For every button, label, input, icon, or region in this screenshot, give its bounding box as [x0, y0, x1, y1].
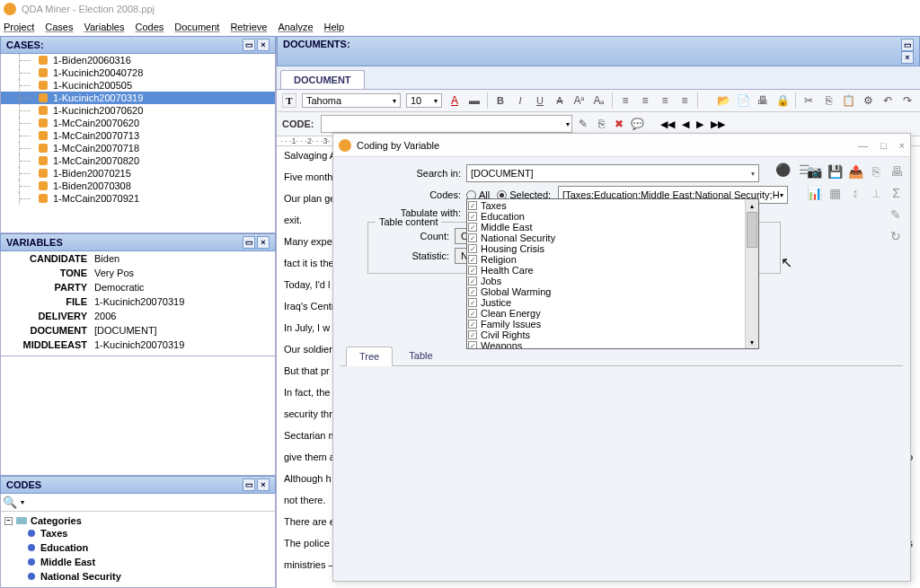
- dropdown-item[interactable]: ✓Jobs: [468, 276, 744, 286]
- menu-analyze[interactable]: Analyze: [278, 22, 313, 32]
- menu-cases[interactable]: Cases: [45, 22, 73, 32]
- grid-icon[interactable]: ▦: [827, 184, 844, 202]
- search-dropdown-icon[interactable]: ▾: [21, 498, 24, 506]
- align-justify-icon[interactable]: ≡: [677, 93, 692, 108]
- checkbox-icon[interactable]: ✓: [468, 298, 477, 307]
- codes-dropdown-list[interactable]: ✓Taxes✓Education✓Middle East✓National Se…: [466, 198, 759, 349]
- font-color-icon[interactable]: A: [447, 93, 462, 108]
- align-left-icon[interactable]: ≡: [618, 93, 632, 108]
- dropdown-item[interactable]: ✓Middle East: [468, 222, 744, 233]
- stats-icon[interactable]: Σ: [888, 184, 905, 202]
- menu-variables[interactable]: Variables: [84, 22, 124, 32]
- export-icon[interactable]: 📤: [847, 162, 864, 180]
- align-right-icon[interactable]: ≡: [658, 93, 672, 108]
- dropdown-scrollbar[interactable]: ▴ ▾: [745, 199, 758, 348]
- menu-help[interactable]: Help: [324, 22, 345, 32]
- dialog-close-icon[interactable]: ×: [899, 140, 905, 151]
- dropdown-item[interactable]: ✓Family Issues: [468, 319, 744, 329]
- case-row[interactable]: 1-Kucinich20070620: [1, 104, 275, 117]
- sort-icon[interactable]: ↕: [847, 184, 864, 202]
- case-row[interactable]: 1-Biden20070308: [1, 180, 275, 192]
- tool-a-icon[interactable]: ⚙: [861, 93, 875, 108]
- checkbox-icon[interactable]: ✓: [468, 309, 477, 318]
- nav-next-icon[interactable]: ▶: [696, 118, 703, 130]
- checkbox-icon[interactable]: ✓: [468, 341, 477, 349]
- case-row[interactable]: 1-McCain20070921: [1, 192, 275, 205]
- checkbox-icon[interactable]: ✓: [468, 201, 477, 210]
- paste-icon[interactable]: 📋: [841, 93, 855, 108]
- refresh-icon[interactable]: ↻: [887, 227, 905, 245]
- code-edit-icon[interactable]: ✎: [576, 117, 590, 131]
- search-in-combo[interactable]: [DOCUMENT] ▾: [466, 164, 759, 182]
- subscript-icon[interactable]: Aₐ: [592, 93, 606, 108]
- document-tab[interactable]: DOCUMENT: [280, 70, 365, 89]
- menu-project[interactable]: Project: [4, 22, 34, 32]
- checkbox-icon[interactable]: ✓: [468, 266, 477, 275]
- dropdown-item[interactable]: ✓Clean Energy: [468, 308, 744, 319]
- case-row[interactable]: 1-McCain20070620: [1, 117, 275, 129]
- dropdown-item[interactable]: ✓Civil Rights: [468, 329, 744, 340]
- category-item[interactable]: National Security: [4, 569, 271, 584]
- menu-codes[interactable]: Codes: [135, 22, 164, 32]
- dropdown-item[interactable]: ✓Global Warming: [468, 286, 744, 297]
- chart-icon[interactable]: 📊: [806, 184, 823, 202]
- category-item[interactable]: Education: [4, 540, 271, 555]
- checkbox-icon[interactable]: ✓: [468, 212, 477, 221]
- redo-icon[interactable]: ↷: [900, 93, 915, 108]
- scroll-up-icon[interactable]: ▴: [746, 199, 758, 212]
- code-remove-icon[interactable]: ✖: [612, 117, 626, 131]
- case-row[interactable]: 1-McCain20070820: [1, 154, 275, 167]
- print-icon[interactable]: 🖶: [756, 93, 770, 108]
- dropdown-item[interactable]: ✓Justice: [468, 297, 744, 308]
- case-row[interactable]: 1-Biden20070215: [1, 167, 275, 180]
- docs-collapse-icon[interactable]: ▭: [901, 39, 914, 51]
- underline-icon[interactable]: U: [533, 93, 547, 108]
- code-input[interactable]: ▾: [321, 115, 572, 133]
- codes-search[interactable]: 🔍 ▾: [1, 494, 275, 512]
- dropdown-item[interactable]: ✓Education: [468, 211, 744, 222]
- italic-icon[interactable]: I: [513, 93, 527, 108]
- cases-tree[interactable]: 1-Biden200603161-Kucinich200407281-Kucin…: [0, 54, 276, 233]
- undo-icon[interactable]: ↶: [880, 93, 895, 108]
- checkbox-icon[interactable]: ✓: [468, 287, 477, 296]
- menu-document[interactable]: Document: [174, 22, 219, 32]
- print-result-icon[interactable]: 🖶: [888, 162, 905, 180]
- dialog-maximize-icon[interactable]: □: [880, 140, 887, 151]
- dialog-minimize-icon[interactable]: —: [858, 140, 868, 151]
- fontsize-combo[interactable]: 10▾: [406, 93, 442, 108]
- menu-retrieve[interactable]: Retrieve: [230, 22, 267, 32]
- checkbox-icon[interactable]: ✓: [468, 320, 477, 329]
- font-icon[interactable]: T: [282, 93, 296, 108]
- cut-icon[interactable]: ✂: [801, 93, 816, 108]
- save-icon[interactable]: 💾: [827, 162, 844, 180]
- dropdown-item[interactable]: ✓Housing Crisis: [468, 243, 744, 254]
- vars-close-icon[interactable]: ×: [257, 236, 270, 249]
- dropdown-item[interactable]: ✓Health Care: [468, 265, 744, 276]
- dropdown-item[interactable]: ✓Weapons: [468, 340, 744, 349]
- category-item[interactable]: Middle East: [4, 555, 271, 569]
- category-item[interactable]: Taxes: [4, 526, 271, 540]
- checkbox-icon[interactable]: ✓: [468, 244, 477, 253]
- scroll-down-icon[interactable]: ▾: [746, 336, 758, 348]
- codes-pick-icon[interactable]: ⚫: [774, 161, 792, 179]
- font-combo[interactable]: Tahoma▾: [302, 93, 401, 108]
- dropdown-item[interactable]: ✓Religion: [468, 254, 744, 265]
- checkbox-icon[interactable]: ✓: [468, 223, 477, 232]
- highlight-icon[interactable]: ▬: [467, 93, 482, 108]
- case-row[interactable]: 1-McCain20070718: [1, 142, 275, 154]
- case-row[interactable]: 1-Biden20060316: [1, 54, 275, 66]
- code-comment-icon[interactable]: 💬: [630, 117, 644, 131]
- dialog-titlebar[interactable]: Coding by Variable — □ ×: [333, 134, 910, 157]
- copy-doc-icon[interactable]: 📄: [736, 93, 750, 108]
- lock-icon[interactable]: 🔒: [775, 93, 790, 108]
- nav-prev-icon[interactable]: ◀: [682, 118, 689, 130]
- checkbox-icon[interactable]: ✓: [468, 233, 477, 242]
- codes-close-icon[interactable]: ×: [257, 478, 270, 491]
- strike-icon[interactable]: A: [553, 93, 567, 108]
- checkbox-icon[interactable]: ✓: [468, 255, 477, 264]
- copy-result-icon[interactable]: ⎘: [867, 162, 884, 180]
- case-row[interactable]: 1-Kucinich20070319: [1, 92, 275, 104]
- categories-root[interactable]: − Categories: [4, 515, 271, 526]
- superscript-icon[interactable]: Aᵃ: [572, 93, 587, 108]
- cases-collapse-icon[interactable]: ▭: [243, 39, 255, 51]
